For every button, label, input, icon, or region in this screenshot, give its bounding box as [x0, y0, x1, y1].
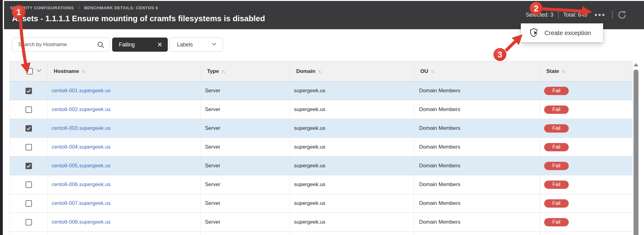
- ellipsis-menu-icon[interactable]: [594, 13, 605, 17]
- hostname-link[interactable]: cento6-007.supergeek.us: [52, 200, 111, 206]
- breadcrumb-item-security-configurations[interactable]: SECURITY CONFIGURATIONS: [10, 6, 74, 10]
- state-badge: Fail: [544, 181, 569, 189]
- column-header-domain[interactable]: Domain↑↓: [290, 61, 414, 82]
- sort-icon: ↑↓: [562, 69, 565, 74]
- domain-cell: supergeek.us: [294, 163, 325, 169]
- ou-cell: Domain Members: [419, 144, 460, 150]
- domain-cell: supergeek.us: [294, 219, 325, 225]
- hostname-link[interactable]: cento6-005.supergeek.us: [52, 163, 111, 169]
- table-row: cento6-005.supergeek.us Server supergeek…: [10, 157, 633, 175]
- type-cell: Server: [205, 144, 220, 150]
- close-icon[interactable]: ×: [157, 42, 162, 48]
- sort-icon: ↑↓: [222, 69, 225, 74]
- sort-icon: ↑↓: [82, 69, 85, 74]
- assets-table: Hostname↑↓ Type↑↓ Domain↑↓ OU↑↓ State↑↓ …: [10, 61, 632, 235]
- sort-icon: ↑↓: [318, 69, 321, 74]
- domain-cell: supergeek.us: [294, 125, 325, 131]
- table-row: cento6-006.supergeek.us Server supergeek…: [10, 175, 633, 194]
- context-menu: Create exception: [521, 23, 603, 42]
- chip-label: Failing: [119, 42, 135, 48]
- ou-cell: Domain Members: [419, 200, 460, 206]
- menu-item-create-exception[interactable]: Create exception: [521, 23, 603, 42]
- state-badge: Fail: [544, 87, 569, 95]
- select-all-checkbox[interactable]: [26, 68, 33, 74]
- row-checkbox[interactable]: [26, 163, 32, 169]
- sort-icon: ↑↓: [431, 69, 434, 74]
- scrollbar-up-arrow[interactable]: [634, 63, 638, 66]
- hostname-link[interactable]: cento6-008.supergeek.us: [52, 219, 111, 225]
- hostname-link[interactable]: cento6-001.supergeek.us: [52, 88, 111, 94]
- domain-cell: supergeek.us: [294, 106, 325, 112]
- row-checkbox[interactable]: [26, 200, 32, 207]
- app-window: SECURITY CONFIGURATIONS / BENCHMARK DETA…: [0, 0, 644, 235]
- table-header-row: Hostname↑↓ Type↑↓ Domain↑↓ OU↑↓ State↑↓: [10, 61, 633, 82]
- row-checkbox[interactable]: [26, 144, 32, 150]
- state-badge: Fail: [544, 143, 569, 151]
- ou-cell: Domain Members: [419, 88, 460, 94]
- page-title: Assets - 1.1.1.1 Ensure mounting of cram…: [12, 14, 265, 23]
- toolbar-divider: [612, 11, 613, 19]
- ou-cell: Domain Members: [419, 219, 460, 225]
- domain-cell: supergeek.us: [294, 144, 325, 150]
- hostname-link[interactable]: cento6-006.supergeek.us: [52, 181, 111, 187]
- selected-count: Selected: 3: [526, 12, 553, 18]
- type-cell: Server: [205, 219, 220, 225]
- annotation-number-3: 3: [497, 50, 502, 59]
- shield-x-icon: [530, 28, 538, 38]
- toolbar-divider: [558, 11, 559, 19]
- row-checkbox[interactable]: [26, 125, 32, 132]
- ou-cell: Domain Members: [419, 125, 460, 131]
- annotation-circle-3: [493, 48, 506, 61]
- table-row-partial: [10, 232, 633, 235]
- ou-cell: Domain Members: [419, 181, 460, 187]
- ou-cell: Domain Members: [419, 163, 460, 169]
- scrollbar-thumb[interactable]: [634, 70, 638, 235]
- labels-dropdown[interactable]: Labels: [169, 38, 223, 52]
- column-header-type[interactable]: Type↑↓: [201, 61, 290, 82]
- type-cell: Server: [205, 88, 220, 94]
- type-cell: Server: [205, 200, 220, 206]
- header-toolbar: Selected: 3 Total: 643: [526, 9, 627, 21]
- table-row: cento6-007.supergeek.us Server supergeek…: [10, 194, 633, 213]
- state-badge: Fail: [544, 124, 569, 133]
- hostname-link[interactable]: cento6-002.supergeek.us: [52, 106, 111, 112]
- domain-cell: supergeek.us: [294, 181, 325, 187]
- breadcrumb: SECURITY CONFIGURATIONS / BENCHMARK DETA…: [10, 6, 158, 10]
- row-checkbox[interactable]: [26, 88, 32, 94]
- state-badge: Fail: [544, 218, 569, 226]
- collapsed-sidebar-edge[interactable]: [0, 0, 3, 235]
- table-row: cento6-003.supergeek.us Server supergeek…: [10, 119, 633, 138]
- hostname-link[interactable]: cento6-004.supergeek.us: [52, 144, 111, 150]
- row-checkbox[interactable]: [26, 181, 32, 188]
- row-checkbox[interactable]: [26, 219, 32, 225]
- ou-cell: Domain Members: [419, 106, 460, 112]
- menu-item-label: Create exception: [544, 30, 591, 37]
- domain-cell: supergeek.us: [294, 88, 325, 94]
- search-icon: [97, 41, 104, 50]
- breadcrumb-item-benchmark-details: BENCHMARK DETAILS: CENTOS 6: [84, 6, 158, 10]
- state-badge: Fail: [544, 199, 569, 208]
- chevron-down-icon: [210, 40, 218, 49]
- breadcrumb-separator: /: [78, 6, 80, 10]
- hostname-link[interactable]: cento6-003.supergeek.us: [52, 125, 111, 131]
- type-cell: Server: [205, 181, 220, 187]
- select-menu-chevron-icon[interactable]: [35, 66, 43, 76]
- row-checkbox[interactable]: [26, 106, 32, 113]
- column-header-state[interactable]: State↑↓: [540, 61, 633, 82]
- failing-filter-chip[interactable]: Failing ×: [112, 38, 168, 52]
- table-row: cento6-002.supergeek.us Server supergeek…: [10, 100, 633, 119]
- state-badge: Fail: [544, 162, 569, 170]
- type-cell: Server: [205, 125, 220, 131]
- annotation-arrow-3: [506, 40, 517, 51]
- type-cell: Server: [205, 106, 220, 112]
- total-count: Total: 643: [563, 12, 587, 18]
- table-row: cento6-004.supergeek.us Server supergeek…: [10, 138, 633, 157]
- select-all-header: [10, 61, 48, 82]
- type-cell: Server: [205, 163, 220, 169]
- search-input[interactable]: [12, 38, 109, 51]
- domain-cell: supergeek.us: [294, 200, 325, 206]
- labels-dropdown-label: Labels: [177, 42, 193, 48]
- column-header-hostname[interactable]: Hostname↑↓: [48, 61, 201, 82]
- refresh-icon[interactable]: [617, 10, 627, 20]
- column-header-ou[interactable]: OU↑↓: [414, 61, 540, 82]
